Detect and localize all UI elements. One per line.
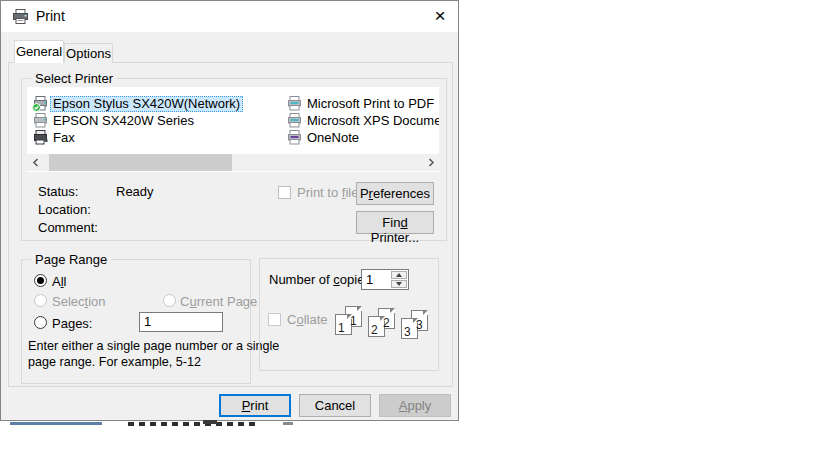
printer-name: Microsoft Print to PDF <box>304 96 437 112</box>
background-artifact <box>10 422 102 425</box>
status-label: Status: <box>38 184 78 199</box>
printer-icon <box>32 113 49 129</box>
collate-checkbox[interactable] <box>268 313 281 326</box>
radio-selection[interactable] <box>34 294 47 307</box>
number-of-copies-label: Number of copies: <box>269 272 375 287</box>
radio-selection-label: Selection <box>52 294 106 309</box>
find-printer-button[interactable]: Find Printer... <box>356 211 434 234</box>
printer-item-xps[interactable]: Microsoft XPS Documen <box>286 112 439 129</box>
printer-network-ready-icon <box>32 96 49 112</box>
background-artifact <box>203 420 217 424</box>
printer-item-epson-series[interactable]: EPSON SX420W Series <box>32 112 197 129</box>
page-range-hint-line1: Enter either a single page number or a s… <box>28 338 279 354</box>
fax-printer-icon <box>32 130 49 146</box>
printer-item-epson-network[interactable]: Epson Stylus SX420W(Network) <box>32 95 243 112</box>
preferences-button[interactable]: Preferences <box>356 182 434 205</box>
printer-item-onenote[interactable]: OneNote <box>286 129 362 146</box>
print-dialog: Print × General Options Select Printer E… <box>0 0 459 421</box>
apply-button[interactable]: Apply <box>379 394 451 417</box>
title-bar[interactable]: Print × <box>1 1 458 32</box>
print-button[interactable]: Print <box>219 394 291 417</box>
scroll-right-icon[interactable] <box>422 154 439 171</box>
tab-options[interactable]: Options <box>64 43 113 63</box>
status-value: Ready <box>116 184 154 199</box>
print-to-file-checkbox[interactable] <box>278 186 291 199</box>
printer-name: OneNote <box>304 130 362 146</box>
background-artifact <box>128 422 258 426</box>
collate-pages-icon: 2 2 <box>368 308 396 348</box>
scroll-left-icon[interactable] <box>27 154 44 171</box>
page-range-group-label: Page Range <box>31 252 111 267</box>
scrollbar-thumb[interactable] <box>49 154 232 171</box>
collate-pages-icon: 3 3 <box>401 310 429 350</box>
radio-current-page[interactable] <box>163 294 176 307</box>
spin-down-icon[interactable] <box>391 280 407 288</box>
location-label: Location: <box>38 202 91 217</box>
printer-list-hscrollbar[interactable] <box>27 154 439 171</box>
printer-title-icon <box>12 8 29 25</box>
copies-spinner <box>391 271 407 288</box>
radio-pages[interactable] <box>34 316 47 329</box>
collate-pages-icon: 1 1 <box>335 306 363 346</box>
pages-input[interactable]: 1 <box>139 312 223 332</box>
printer-name: Microsoft XPS Documen <box>304 113 439 129</box>
onenote-printer-icon <box>286 130 303 146</box>
xps-printer-icon <box>286 113 303 129</box>
select-printer-group-label: Select Printer <box>31 71 117 86</box>
copies-value[interactable]: 1 <box>366 272 373 287</box>
close-icon[interactable]: × <box>422 1 458 31</box>
spin-up-icon[interactable] <box>391 271 407 279</box>
pdf-printer-icon <box>286 96 303 112</box>
printer-item-pdf[interactable]: Microsoft Print to PDF <box>286 95 437 112</box>
print-to-file-label: Print to file <box>297 185 358 200</box>
window-title: Print <box>36 8 65 24</box>
radio-pages-label[interactable]: Pages: <box>52 316 92 331</box>
background-artifact <box>283 422 293 425</box>
printer-name: Fax <box>50 130 78 146</box>
collate-label: Collate <box>287 312 327 327</box>
radio-all[interactable] <box>34 274 47 287</box>
radio-all-label[interactable]: All <box>52 274 66 289</box>
printer-item-fax[interactable]: Fax <box>32 129 78 146</box>
page-range-hint-line2: page range. For example, 5-12 <box>28 354 201 370</box>
copies-spinbox[interactable]: 1 <box>361 269 409 290</box>
tab-general[interactable]: General <box>14 40 64 63</box>
comment-label: Comment: <box>38 220 98 235</box>
cancel-button[interactable]: Cancel <box>299 394 371 417</box>
printer-name: Epson Stylus SX420W(Network) <box>50 96 243 112</box>
radio-current-page-label: Current Page <box>180 294 257 309</box>
printer-name: EPSON SX420W Series <box>50 113 197 129</box>
